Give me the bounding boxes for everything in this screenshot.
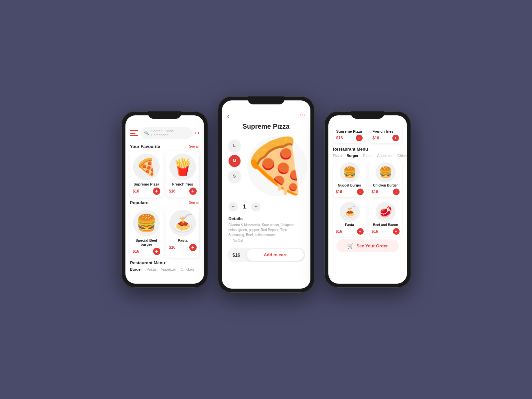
pasta-price: $16 bbox=[169, 245, 176, 250]
beef-bacon-name: Beef and Bacon bbox=[372, 223, 400, 227]
pizza-emoji: 🍕 bbox=[242, 135, 309, 197]
pizza-name: Supreme Pizza bbox=[133, 182, 160, 186]
see-order-bar[interactable]: 🛒 See Your Order bbox=[336, 239, 399, 252]
burger-card-nugget[interactable]: 🍔 Nugget Burger $16 + bbox=[333, 160, 366, 197]
menu-tabs: Burger Pasta Appetizer Chicken bbox=[130, 267, 199, 271]
chicken-price-row: $16 + bbox=[372, 189, 400, 195]
menu-tabs-3: Pizza Burger Pasta Appetizer Chicken bbox=[333, 154, 402, 158]
burger-grid: 🍔 Nugget Burger $16 + 🍔 Chicken Burger bbox=[333, 160, 402, 237]
popular-see-all[interactable]: See all bbox=[189, 201, 199, 204]
restaurant-section: Restaurant Menu Pizza Burger Pasta Appet… bbox=[328, 145, 407, 252]
burger-card-beef-bacon[interactable]: 🥩 Beef and Bacon $16 + bbox=[369, 200, 402, 237]
chicken-img: 🍔 bbox=[376, 162, 396, 182]
burger-price-row: $16 + bbox=[133, 248, 160, 255]
pasta3-name: Pasta bbox=[336, 223, 364, 227]
fries-name: French fries bbox=[169, 182, 197, 186]
cart-price: $16 bbox=[227, 249, 246, 261]
burger-card-pasta[interactable]: 🍝 Pasta $16 + bbox=[333, 200, 366, 237]
pasta-add-btn[interactable]: + bbox=[189, 244, 197, 251]
tab-pasta[interactable]: Pasta bbox=[147, 267, 156, 271]
detail-title: Supreme Pizza bbox=[222, 123, 310, 133]
tab-appetizer[interactable]: Appetizer bbox=[161, 267, 176, 271]
back-button[interactable]: ‹ bbox=[227, 112, 230, 120]
tab3-chicken[interactable]: Chicken bbox=[397, 154, 407, 158]
pasta3-img: 🍝 bbox=[340, 202, 360, 222]
search-placeholder: Search Foods, Categories bbox=[151, 129, 189, 137]
search-bar[interactable]: 🔍 Search Foods, Categories bbox=[141, 127, 192, 139]
fries-add-btn[interactable]: + bbox=[189, 188, 197, 195]
fries-price: $16 bbox=[169, 189, 176, 194]
tab-chicken[interactable]: Chicken bbox=[181, 267, 194, 271]
chicken-name: Chicken Burger bbox=[372, 184, 400, 187]
favourite-button[interactable]: ♡ bbox=[300, 113, 305, 120]
burger-image: 🍔 bbox=[133, 210, 160, 236]
food-card-pasta[interactable]: 🍝 Pasta $16 + bbox=[166, 207, 199, 258]
food-card-burger[interactable]: 🍔 Special Beef burger $16 + bbox=[130, 207, 163, 258]
top-pizza-add[interactable]: + bbox=[356, 135, 363, 141]
filter-icon[interactable]: ⚙ bbox=[195, 130, 199, 136]
beef-bacon-add[interactable]: + bbox=[393, 228, 400, 235]
see-order-text: See Your Order bbox=[356, 243, 388, 248]
pizza-add-btn[interactable]: + bbox=[153, 188, 160, 195]
phone1: 🔍 Search Foods, Categories ⚙ Your Favour… bbox=[121, 111, 208, 288]
phone3: Supreme Pizza $16 + French fries $16 + bbox=[324, 111, 411, 288]
food-card-pizza[interactable]: 🍕 Supreme Pizza $16 + bbox=[130, 151, 163, 198]
cart-icon: 🛒 bbox=[347, 243, 354, 249]
pasta-image: 🍝 bbox=[169, 210, 196, 236]
phone3-wrapper: Supreme Pizza $16 + French fries $16 + bbox=[324, 111, 411, 288]
add-to-cart-button[interactable]: Add to cart bbox=[247, 249, 304, 261]
tab3-appetizer[interactable]: Appetizer bbox=[377, 154, 393, 158]
menu-icon[interactable] bbox=[130, 130, 138, 136]
restaurant-menu-section: Restaurant Menu Burger Pasta Appetizer C… bbox=[125, 258, 204, 271]
size-L[interactable]: L bbox=[229, 140, 241, 152]
top-item-pizza[interactable]: Supreme Pizza $16 + bbox=[333, 127, 366, 143]
beef-bacon-price: $16 bbox=[372, 229, 378, 234]
pasta3-price: $16 bbox=[336, 229, 342, 234]
pizza-image: 🍕 bbox=[133, 154, 160, 180]
favourites-header: Your Favourite See all bbox=[125, 141, 204, 151]
size-M[interactable]: M bbox=[229, 155, 241, 167]
phone3-screen: Supreme Pizza $16 + French fries $16 + bbox=[328, 115, 407, 284]
popular-grid: 🍔 Special Beef burger $16 + 🍝 Pasta $ bbox=[125, 207, 204, 258]
size-S[interactable]: S bbox=[229, 170, 241, 182]
phones-container: 🔍 Search Foods, Categories ⚙ Your Favour… bbox=[121, 106, 411, 293]
nugget-add[interactable]: + bbox=[357, 189, 364, 195]
quantity-row: − 1 + bbox=[222, 200, 310, 214]
nugget-img: 🍔 bbox=[340, 162, 360, 182]
qty-plus-btn[interactable]: + bbox=[251, 202, 261, 211]
phone1-screen: 🔍 Search Foods, Categories ⚙ Your Favour… bbox=[125, 115, 204, 284]
details-text: Cilantro & Mozzarella, Sour cream, Jalap… bbox=[229, 222, 304, 237]
top-fries-row: $16 + bbox=[373, 135, 399, 141]
favourites-see-all[interactable]: See all bbox=[189, 145, 199, 148]
tab3-pasta[interactable]: Pasta bbox=[363, 154, 372, 158]
pasta3-price-row: $16 + bbox=[336, 228, 364, 235]
food-card-fries[interactable]: 🍟 French fries $16 + bbox=[166, 151, 199, 198]
nugget-price-row: $16 + bbox=[336, 189, 364, 195]
burger-add-btn[interactable]: + bbox=[153, 248, 160, 255]
qty-minus-btn[interactable]: − bbox=[229, 202, 238, 211]
chicken-add[interactable]: + bbox=[393, 189, 400, 195]
phone2-screen: ‹ ♡ Supreme Pizza 🍕 L bbox=[222, 100, 310, 289]
beef-bacon-price-row: $16 + bbox=[372, 228, 400, 235]
phone3-notch bbox=[351, 111, 384, 119]
favourites-grid: 🍕 Supreme Pizza $16 + 🍟 French fries bbox=[125, 151, 204, 198]
home-header: 🔍 Search Foods, Categories ⚙ bbox=[125, 125, 204, 141]
fries-image: 🍟 bbox=[169, 154, 196, 180]
pasta3-add[interactable]: + bbox=[357, 228, 364, 235]
burger-price: $16 bbox=[133, 249, 139, 254]
no-cal: ♡ No Cal bbox=[229, 239, 304, 242]
tab3-pizza[interactable]: Pizza bbox=[333, 154, 342, 158]
top-item-fries[interactable]: French fries $16 + bbox=[369, 127, 402, 143]
phone3-content: Supreme Pizza $16 + French fries $16 + bbox=[328, 115, 407, 284]
tab-burger[interactable]: Burger bbox=[130, 267, 142, 271]
phone2-wrapper: ‹ ♡ Supreme Pizza 🍕 L bbox=[218, 106, 314, 293]
top-pizza-name: Supreme Pizza bbox=[336, 129, 363, 133]
pizza-price: $16 bbox=[133, 189, 139, 194]
nugget-name: Nugget Burger bbox=[336, 184, 364, 187]
fries-price-row: $16 + bbox=[169, 188, 197, 195]
top-fries-add[interactable]: + bbox=[392, 135, 399, 141]
tab3-burger[interactable]: Burger bbox=[346, 154, 358, 158]
pizza-area: 🍕 L M S bbox=[222, 133, 310, 200]
burger-card-chicken[interactable]: 🍔 Chicken Burger $16 + bbox=[369, 160, 402, 197]
add-to-cart-bar[interactable]: $16 Add to cart bbox=[227, 248, 305, 262]
